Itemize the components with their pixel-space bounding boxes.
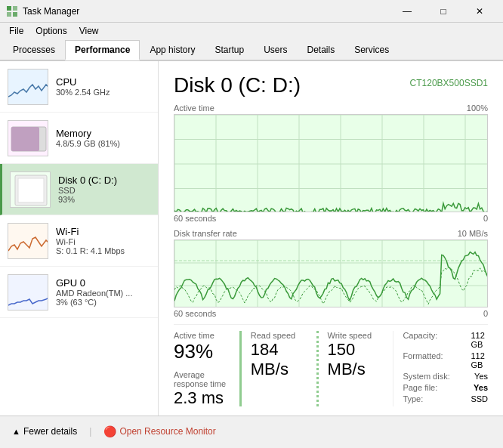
type-label: Type:: [403, 394, 471, 403]
maximize-button[interactable]: □: [426, 0, 461, 23]
memory-info: Memory 4.8/5.9 GB (81%): [56, 128, 150, 148]
write-speed-stat: Write speed 150 MB/s: [316, 331, 393, 406]
monitor-icon: 🔴: [103, 425, 116, 437]
chart2-bottom-row: 60 seconds 0: [174, 309, 488, 318]
stats-section: Active time 93% Average response time 2.…: [174, 324, 488, 406]
memory-stats: 4.8/5.9 GB (81%): [56, 139, 150, 148]
page-file-row: Page file: Yes: [403, 383, 488, 392]
chart2-label: Disk transfer rate: [174, 229, 237, 238]
capacity-label: Capacity:: [403, 331, 471, 349]
tab-processes[interactable]: Processes: [3, 40, 65, 60]
chart2-time: 60 seconds: [174, 309, 216, 318]
svg-rect-4: [8, 70, 48, 105]
open-resource-monitor-button[interactable]: 🔴 Open Resource Monitor: [103, 425, 215, 437]
chart1-max: 100%: [467, 104, 488, 113]
gpu-thumbnail: [8, 274, 48, 311]
chart1-zero: 0: [483, 214, 488, 223]
sidebar-item-memory[interactable]: Memory 4.8/5.9 GB (81%): [0, 113, 158, 164]
formatted-label: Formatted:: [403, 351, 471, 369]
chart1-time: 60 seconds: [174, 214, 216, 223]
svg-rect-0: [7, 6, 11, 11]
minimize-button[interactable]: —: [390, 0, 424, 23]
svg-rect-10: [18, 178, 44, 202]
read-speed-value: 184 MB/s: [251, 340, 307, 379]
active-time-label: Active time: [174, 331, 230, 340]
active-time-stat: Active time 93% Average response time 2.…: [174, 331, 239, 406]
gpu-usage: 3% (63 °C): [56, 298, 150, 307]
separator: |: [89, 426, 91, 437]
tab-users[interactable]: Users: [254, 40, 297, 60]
active-time-value: 93%: [174, 341, 230, 361]
svg-rect-7: [11, 127, 39, 151]
tab-details[interactable]: Details: [297, 40, 344, 60]
app-icon: [6, 5, 18, 17]
sidebar-item-disk[interactable]: Disk 0 (C: D:) SSD 93%: [0, 164, 158, 215]
system-disk-row: System disk: Yes: [403, 372, 488, 381]
detail-panel: Disk 0 (C: D:) CT120BX500SSD1 Active tim…: [159, 61, 503, 416]
page-file-value: Yes: [474, 383, 488, 392]
disk-usage: 93%: [58, 195, 150, 204]
close-button[interactable]: ✕: [462, 0, 497, 23]
chart2-label-row: Disk transfer rate 10 MB/s: [174, 229, 488, 238]
tab-app-history[interactable]: App history: [140, 40, 205, 60]
wifi-info: Wi-Fi Wi-Fi S: 0.1 R: 4.1 Mbps: [56, 226, 150, 255]
sidebar-item-gpu[interactable]: GPU 0 AMD Radeon(TM) ... 3% (63 °C): [0, 267, 158, 318]
write-speed-label: Write speed: [328, 331, 384, 340]
menu-view[interactable]: View: [73, 24, 105, 38]
svg-rect-12: [8, 275, 48, 311]
tab-startup[interactable]: Startup: [205, 40, 254, 60]
cpu-stats: 30% 2.54 GHz: [56, 88, 150, 97]
sidebar-item-cpu[interactable]: CPU 30% 2.54 GHz: [0, 61, 158, 113]
capacity-value: 112 GB: [471, 331, 488, 349]
wifi-label: Wi-Fi: [56, 226, 150, 237]
svg-rect-3: [13, 12, 17, 17]
write-speed-value: 150 MB/s: [328, 340, 384, 379]
system-disk-label: System disk:: [403, 372, 471, 381]
menu-options[interactable]: Options: [29, 24, 73, 38]
tab-services[interactable]: Services: [344, 40, 399, 60]
gpu-info: GPU 0 AMD Radeon(TM) ... 3% (63 °C): [56, 277, 150, 307]
chart2-max: 10 MB/s: [458, 229, 488, 238]
cpu-thumbnail: [8, 69, 48, 105]
chart1-label: Active time: [174, 104, 214, 113]
memory-label: Memory: [56, 128, 150, 139]
title-bar: Task Manager — □ ✕: [0, 0, 503, 23]
window-controls: — □ ✕: [390, 0, 497, 23]
fewer-details-button[interactable]: ▲ Fewer details: [12, 426, 77, 437]
active-time-chart: [174, 114, 488, 212]
gpu-model: AMD Radeon(TM) ...: [56, 289, 150, 298]
read-speed-stat: Read speed 184 MB/s: [239, 331, 316, 406]
transfer-rate-chart: [174, 239, 488, 307]
formatted-row: Formatted: 112 GB: [403, 351, 488, 369]
type-row: Type: SSD: [403, 394, 488, 403]
open-monitor-label: Open Resource Monitor: [119, 426, 215, 437]
disk-info: Disk 0 (C: D:) SSD 93%: [58, 175, 150, 204]
tab-bar: Processes Performance App history Startu…: [0, 39, 503, 61]
svg-rect-2: [7, 12, 11, 17]
page-file-label: Page file:: [403, 383, 471, 392]
svg-rect-11: [8, 224, 48, 259]
disk-info-group: Capacity: 112 GB Formatted: 112 GB Syste…: [393, 331, 488, 406]
memory-thumbnail: [8, 120, 48, 156]
disk-thumbnail: [10, 171, 51, 208]
detail-model: CT120BX500SSD1: [410, 78, 488, 88]
app-title: Task Manager: [23, 6, 390, 17]
gpu-label: GPU 0: [56, 277, 150, 289]
system-disk-value: Yes: [474, 372, 488, 381]
sidebar-item-wifi[interactable]: Wi-Fi Wi-Fi S: 0.1 R: 4.1 Mbps: [0, 215, 158, 267]
chart1-bottom-row: 60 seconds 0: [174, 214, 488, 223]
active-time-chart-section: Active time 100% 60 seconds 0: [174, 104, 488, 223]
wifi-speed: S: 0.1 R: 4.1 Mbps: [56, 246, 150, 255]
transfer-rate-chart-section: Disk transfer rate 10 MB/s 60 seconds 0: [174, 229, 488, 318]
cpu-label: CPU: [56, 76, 150, 88]
tab-performance[interactable]: Performance: [65, 40, 140, 60]
menu-bar: File Options View: [0, 23, 503, 39]
menu-file[interactable]: File: [3, 24, 29, 38]
bottom-bar: ▲ Fewer details | 🔴 Open Resource Monito…: [0, 416, 503, 446]
detail-header: Disk 0 (C: D:) CT120BX500SSD1: [174, 73, 488, 97]
cpu-info: CPU 30% 2.54 GHz: [56, 76, 150, 97]
detail-title: Disk 0 (C: D:): [174, 73, 301, 97]
capacity-row: Capacity: 112 GB: [403, 331, 488, 349]
chart2-zero: 0: [483, 309, 488, 318]
chevron-up-icon: ▲: [12, 427, 20, 436]
